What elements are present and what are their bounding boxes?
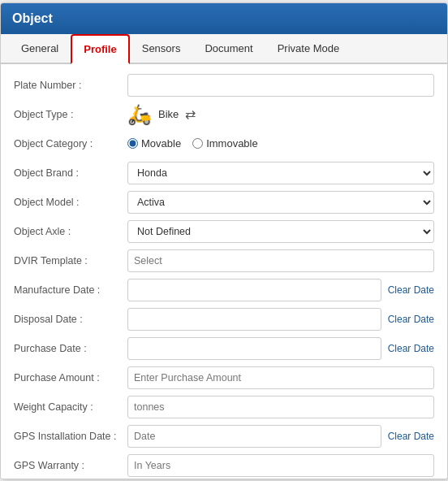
form-content: Plate Number : Object Type : 🛵 Bike ⇄ Ob… [1,64,447,479]
object-type-field-wrap: 🛵 Bike ⇄ [127,103,434,126]
tab-sensors[interactable]: Sensors [130,34,193,64]
plate-number-input[interactable] [127,74,434,97]
window-title: Object [12,11,53,25]
gps-installation-clear-button[interactable]: Clear Date [381,431,434,442]
object-brand-row: Object Brand : Honda [14,162,434,184]
object-model-select[interactable]: Activa [127,191,434,214]
gps-installation-row: GPS Installation Date : Clear Date [14,425,434,448]
purchase-date-row: Purchase Date : Clear Date [14,337,434,360]
tab-private-mode[interactable]: Private Mode [265,34,352,64]
object-category-label: Object Category : [14,138,127,150]
immovable-radio[interactable] [192,138,203,149]
movable-label: Movable [141,137,181,150]
weight-capacity-input[interactable] [127,396,434,418]
object-category-row: Object Category : Movable Immovable [14,132,434,155]
object-brand-label: Object Brand : [14,167,127,179]
object-axle-label: Object Axle : [14,226,127,237]
purchase-amount-input[interactable] [127,366,434,389]
gps-warranty-row: GPS Warranty : [14,454,434,477]
purchase-date-label: Purchase Date : [14,343,127,354]
purchase-date-field-wrap [127,337,381,360]
manufacture-date-label: Manufacture Date : [14,284,127,296]
manufacture-date-row: Manufacture Date : Clear Date [14,279,434,301]
disposal-date-input[interactable] [127,308,381,331]
object-brand-select[interactable]: Honda [127,162,434,184]
tab-profile[interactable]: Profile [71,34,129,64]
purchase-amount-field-wrap [127,366,434,389]
manufacture-date-clear-button[interactable]: Clear Date [381,284,434,296]
weight-capacity-row: Weight Capacity : [14,396,434,418]
object-axle-row: Object Axle : Not Defined [14,220,434,243]
title-bar: Object [1,3,447,34]
tab-bar: General Profile Sensors Document Private… [1,34,447,64]
plate-number-field-wrap [127,74,434,97]
immovable-radio-label[interactable]: Immovable [192,137,258,150]
object-model-label: Object Model : [14,197,127,208]
purchase-amount-row: Purchase Amount : [14,366,434,389]
main-window: Object General Profile Sensors Document … [0,2,448,479]
object-type-display: 🛵 Bike ⇄ [127,103,196,126]
gps-installation-label: GPS Installation Date : [14,431,127,442]
gps-warranty-label: GPS Warranty : [14,460,127,471]
purchase-date-input[interactable] [127,337,381,360]
object-category-field-wrap: Movable Immovable [127,137,434,150]
tab-general[interactable]: General [9,34,71,64]
disposal-date-row: Disposal Date : Clear Date [14,308,434,331]
gps-warranty-field-wrap [127,454,434,477]
purchase-date-clear-button[interactable]: Clear Date [381,343,434,354]
object-type-row: Object Type : 🛵 Bike ⇄ [14,103,434,126]
manufacture-date-field-wrap [127,279,381,301]
weight-capacity-label: Weight Capacity : [14,401,127,413]
dvir-template-input[interactable] [127,249,434,272]
dvir-template-row: DVIR Template : [14,249,434,272]
dvir-template-label: DVIR Template : [14,255,127,266]
disposal-date-label: Disposal Date : [14,314,127,325]
object-axle-field-wrap: Not Defined [127,220,434,243]
purchase-amount-label: Purchase Amount : [14,372,127,384]
tab-document[interactable]: Document [192,34,265,64]
manufacture-date-input[interactable] [127,279,381,301]
plate-number-label: Plate Number : [14,80,127,91]
immovable-label: Immovable [206,137,258,150]
disposal-date-field-wrap [127,308,381,331]
gps-installation-field-wrap [127,425,381,448]
disposal-date-clear-button[interactable]: Clear Date [381,314,434,325]
plate-number-row: Plate Number : [14,74,434,97]
weight-capacity-field-wrap [127,396,434,418]
movable-radio[interactable] [127,138,138,149]
refresh-icon[interactable]: ⇄ [185,106,196,122]
object-model-field-wrap: Activa [127,191,434,214]
object-axle-select[interactable]: Not Defined [127,220,434,243]
gps-warranty-input[interactable] [127,454,434,477]
gps-installation-input[interactable] [127,425,381,448]
object-model-row: Object Model : Activa [14,191,434,214]
movable-radio-label[interactable]: Movable [127,137,181,150]
object-brand-field-wrap: Honda [127,162,434,184]
bike-icon: 🛵 [127,103,152,126]
object-type-label: Object Type : [14,109,127,120]
dvir-template-field-wrap [127,249,434,272]
object-category-radio-group: Movable Immovable [127,137,258,150]
object-type-value: Bike [158,108,179,120]
